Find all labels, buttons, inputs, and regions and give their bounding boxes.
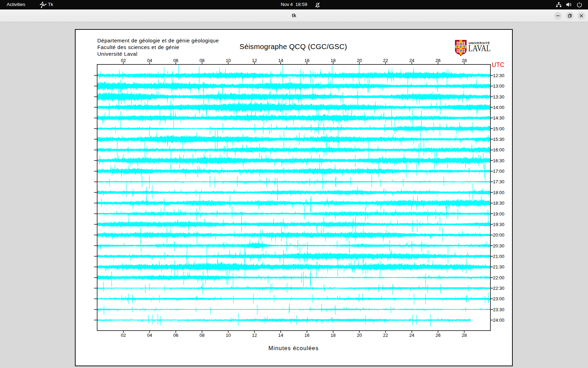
svg-text:16:30: 16:30 bbox=[493, 158, 505, 163]
svg-text:14:00: 14:00 bbox=[493, 105, 505, 110]
svg-text:24:00: 24:00 bbox=[493, 318, 505, 323]
svg-text:Minutes écoulées: Minutes écoulées bbox=[268, 345, 319, 351]
svg-text:24: 24 bbox=[409, 58, 414, 63]
svg-text:26: 26 bbox=[435, 333, 440, 338]
svg-text:UTC: UTC bbox=[492, 61, 505, 68]
svg-text:15:00: 15:00 bbox=[493, 126, 505, 131]
svg-text:08: 08 bbox=[200, 333, 204, 338]
svg-text:22:00: 22:00 bbox=[493, 275, 505, 280]
svg-text:13:30: 13:30 bbox=[493, 94, 505, 100]
svg-text:16: 16 bbox=[304, 333, 309, 338]
svg-text:LAVAL: LAVAL bbox=[468, 43, 491, 53]
svg-text:13:00: 13:00 bbox=[493, 83, 505, 89]
svg-text:04: 04 bbox=[147, 58, 152, 63]
svg-text:26: 26 bbox=[435, 58, 440, 63]
svg-text:20: 20 bbox=[357, 333, 362, 338]
svg-text:22: 22 bbox=[383, 333, 388, 338]
svg-text:16: 16 bbox=[304, 58, 309, 63]
svg-text:24: 24 bbox=[409, 333, 414, 338]
svg-text:10: 10 bbox=[226, 58, 231, 63]
svg-text:10: 10 bbox=[226, 333, 231, 338]
svg-text:12:30: 12:30 bbox=[493, 73, 505, 78]
svg-text:15:30: 15:30 bbox=[493, 137, 505, 142]
svg-text:06: 06 bbox=[173, 58, 178, 63]
svg-text:Séismographe QCQ (CGC/GSC): Séismographe QCQ (CGC/GSC) bbox=[239, 42, 347, 50]
svg-text:16:00: 16:00 bbox=[493, 147, 505, 152]
svg-text:18:00: 18:00 bbox=[493, 190, 505, 195]
svg-text:21:30: 21:30 bbox=[493, 264, 505, 270]
svg-text:02: 02 bbox=[121, 333, 126, 338]
svg-text:18:30: 18:30 bbox=[493, 200, 505, 206]
svg-text:12: 12 bbox=[252, 58, 257, 63]
svg-text:20:30: 20:30 bbox=[493, 243, 505, 248]
svg-text:28: 28 bbox=[462, 333, 467, 338]
svg-text:06: 06 bbox=[173, 333, 178, 338]
svg-text:14:30: 14:30 bbox=[493, 115, 505, 121]
svg-text:17:00: 17:00 bbox=[493, 169, 505, 174]
svg-text:19:30: 19:30 bbox=[493, 222, 505, 227]
svg-text:17:30: 17:30 bbox=[493, 179, 505, 184]
svg-text:18: 18 bbox=[331, 58, 336, 63]
svg-text:08: 08 bbox=[200, 58, 204, 63]
svg-text:18: 18 bbox=[331, 333, 336, 338]
svg-text:23:30: 23:30 bbox=[493, 307, 505, 312]
svg-text:19:00: 19:00 bbox=[493, 211, 505, 217]
svg-text:14: 14 bbox=[278, 58, 283, 63]
svg-text:14: 14 bbox=[278, 333, 283, 338]
svg-text:02: 02 bbox=[121, 58, 126, 63]
svg-text:22:30: 22:30 bbox=[493, 286, 505, 291]
svg-text:21:00: 21:00 bbox=[493, 254, 505, 259]
svg-text:23:00: 23:00 bbox=[493, 296, 505, 301]
svg-text:12: 12 bbox=[252, 333, 257, 338]
svg-text:20:00: 20:00 bbox=[493, 232, 505, 238]
svg-text:28: 28 bbox=[462, 58, 467, 63]
svg-text:04: 04 bbox=[147, 333, 152, 338]
svg-text:22: 22 bbox=[383, 58, 388, 63]
svg-text:20: 20 bbox=[357, 58, 362, 63]
